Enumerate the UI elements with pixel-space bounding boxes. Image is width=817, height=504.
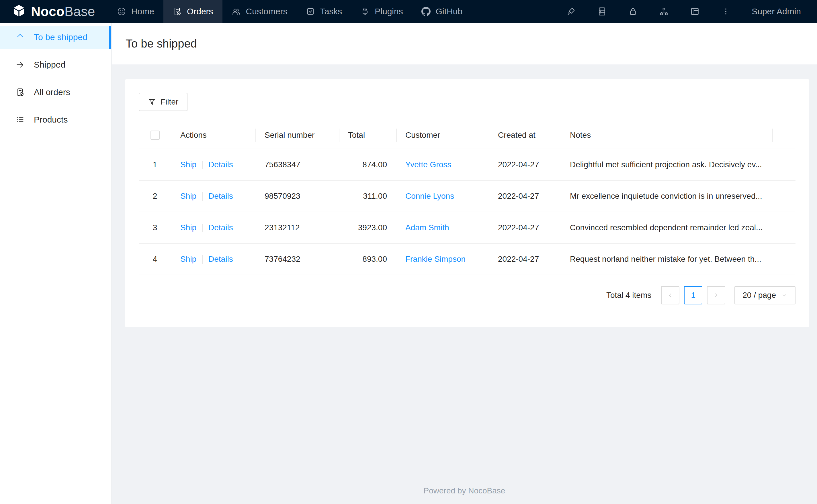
row-actions: ShipDetails xyxy=(171,180,256,212)
created-at-cell: 2022-04-27 xyxy=(489,243,561,275)
filter-button-label: Filter xyxy=(160,97,178,107)
column-header-total: Total xyxy=(339,121,396,149)
ship-link[interactable]: Ship xyxy=(180,223,196,232)
nocobase-logo-icon xyxy=(11,4,26,19)
row-index: 2 xyxy=(139,180,171,212)
arrow-up-icon xyxy=(15,33,25,42)
page-size-value: 20 / page xyxy=(743,291,776,300)
filter-button[interactable]: Filter xyxy=(139,93,187,111)
page-header: To be shipped xyxy=(112,23,817,64)
funnel-icon xyxy=(148,98,156,106)
serial-number-cell: 98570923 xyxy=(256,180,339,212)
customer-link[interactable]: Frankie Simpson xyxy=(405,255,466,263)
logo-text: NocoBase xyxy=(31,4,95,19)
nav-item-label: GitHub xyxy=(436,7,462,16)
nav-item-github[interactable]: GitHub xyxy=(412,0,472,23)
github-icon xyxy=(421,7,431,16)
more-icon[interactable] xyxy=(721,6,731,17)
page-title: To be shipped xyxy=(125,37,197,50)
notes-cell: Convinced resembled dependent remainder … xyxy=(561,212,772,243)
table-row: 3 ShipDetails 23132112 3923.00 Adam Smit… xyxy=(139,212,796,243)
details-link[interactable]: Details xyxy=(209,160,233,169)
customer-link[interactable]: Adam Smith xyxy=(405,223,449,232)
nocobase-logo[interactable]: NocoBase xyxy=(0,0,108,23)
total-cell: 874.00 xyxy=(339,149,396,180)
row-index: 4 xyxy=(139,243,171,275)
empty-cell xyxy=(772,212,796,243)
customer-link[interactable]: Yvette Gross xyxy=(405,160,451,169)
file-done-icon xyxy=(15,88,25,97)
sidebar-item-all-orders[interactable]: All orders xyxy=(0,81,111,104)
smile-icon xyxy=(117,7,126,16)
arrow-right-icon xyxy=(15,60,25,69)
pagination-total: Total 4 items xyxy=(606,291,651,300)
table-header-row: Actions Serial number Total Customer Cre… xyxy=(139,121,796,149)
page-1-button[interactable]: 1 xyxy=(684,286,702,304)
nav-item-home[interactable]: Home xyxy=(108,0,163,23)
main-area: To be shipped Filter Actions xyxy=(112,23,817,504)
table-row: 2 ShipDetails 98570923 311.00 Connie Lyo… xyxy=(139,180,796,212)
chevron-left-icon xyxy=(667,292,674,299)
customer-cell: Adam Smith xyxy=(396,212,489,243)
customer-cell: Frankie Simpson xyxy=(396,243,489,275)
details-link[interactable]: Details xyxy=(209,192,233,200)
sidebar-item-label: Shipped xyxy=(34,60,65,70)
customer-link[interactable]: Connie Lyons xyxy=(405,192,454,200)
sidebar-item-products[interactable]: Products xyxy=(0,108,111,131)
page-size-select[interactable]: 20 / page xyxy=(735,286,796,304)
prev-page-button[interactable] xyxy=(661,286,680,304)
database-icon[interactable] xyxy=(597,6,607,17)
row-index: 1 xyxy=(139,149,171,180)
sidebar-item-label: All orders xyxy=(34,87,70,97)
select-all-checkbox[interactable] xyxy=(150,131,160,140)
created-at-cell: 2022-04-27 xyxy=(489,212,561,243)
navbar-actions: Super Admin xyxy=(566,0,817,23)
column-header-serial-number: Serial number xyxy=(256,121,339,149)
sidebar: To be shipped Shipped All orders Product… xyxy=(0,23,112,504)
apartment-icon[interactable] xyxy=(659,6,669,17)
nav-item-orders[interactable]: Orders xyxy=(163,0,223,23)
serial-number-cell: 73764232 xyxy=(256,243,339,275)
column-header-empty xyxy=(772,121,796,149)
top-navbar: NocoBase Home Orders xyxy=(0,0,817,23)
ship-link[interactable]: Ship xyxy=(180,160,196,169)
serial-number-cell: 75638347 xyxy=(256,149,339,180)
highlight-icon[interactable] xyxy=(566,6,576,17)
sidebar-item-to-be-shipped[interactable]: To be shipped xyxy=(0,26,111,49)
layout-icon[interactable] xyxy=(690,6,700,17)
nav-item-label: Customers xyxy=(246,7,288,16)
details-link[interactable]: Details xyxy=(209,223,233,232)
android-icon xyxy=(360,7,370,16)
created-at-cell: 2022-04-27 xyxy=(489,180,561,212)
empty-cell xyxy=(772,180,796,212)
orders-card: Filter Actions Serial number Total Custo… xyxy=(125,79,809,327)
notes-cell: Delightful met sufficient projection ask… xyxy=(561,149,772,180)
nav-item-label: Home xyxy=(131,7,154,16)
empty-cell xyxy=(772,149,796,180)
nav-item-label: Tasks xyxy=(320,7,342,16)
nav-item-tasks[interactable]: Tasks xyxy=(297,0,351,23)
total-cell: 3923.00 xyxy=(339,212,396,243)
action-divider xyxy=(202,192,203,201)
navbar-spacer xyxy=(472,0,566,23)
action-divider xyxy=(202,161,203,169)
user-menu[interactable]: Super Admin xyxy=(752,7,801,16)
sidebar-item-label: Products xyxy=(34,115,68,125)
sidebar-item-shipped[interactable]: Shipped xyxy=(0,53,111,76)
pagination: Total 4 items 1 20 / page xyxy=(139,286,796,304)
ship-link[interactable]: Ship xyxy=(180,192,196,200)
next-page-button[interactable] xyxy=(707,286,725,304)
action-divider xyxy=(202,255,203,264)
customer-cell: Connie Lyons xyxy=(396,180,489,212)
file-done-icon xyxy=(172,7,182,16)
column-header-actions: Actions xyxy=(171,121,256,149)
details-link[interactable]: Details xyxy=(209,255,233,263)
lock-icon[interactable] xyxy=(628,6,638,17)
nav-item-customers[interactable]: Customers xyxy=(223,0,297,23)
nav-item-plugins[interactable]: Plugins xyxy=(351,0,412,23)
sidebar-item-label: To be shipped xyxy=(34,32,87,42)
row-actions: ShipDetails xyxy=(171,212,256,243)
nav-item-label: Plugins xyxy=(375,7,403,16)
ship-link[interactable]: Ship xyxy=(180,255,196,263)
column-header-created-at: Created at xyxy=(489,121,561,149)
